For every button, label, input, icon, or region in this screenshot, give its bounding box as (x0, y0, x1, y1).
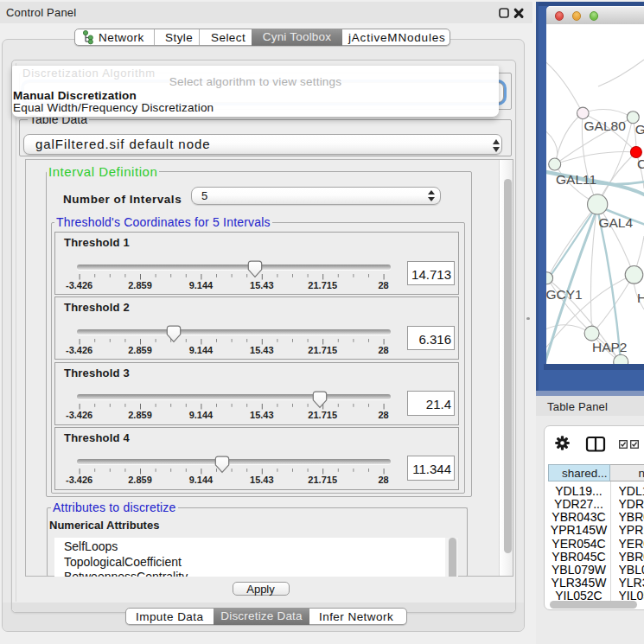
svg-text:GAL11: GAL11 (556, 172, 596, 187)
svg-text:HAP2: HAP2 (592, 340, 628, 354)
svg-text:GAL80: GAL80 (584, 118, 627, 133)
svg-text:GAL4: GAL4 (598, 215, 633, 230)
svg-text:GA: GA (635, 122, 644, 137)
svg-text:GCY1: GCY1 (546, 287, 583, 302)
svg-text:H: H (637, 290, 644, 305)
svg-text:C: C (637, 156, 644, 171)
